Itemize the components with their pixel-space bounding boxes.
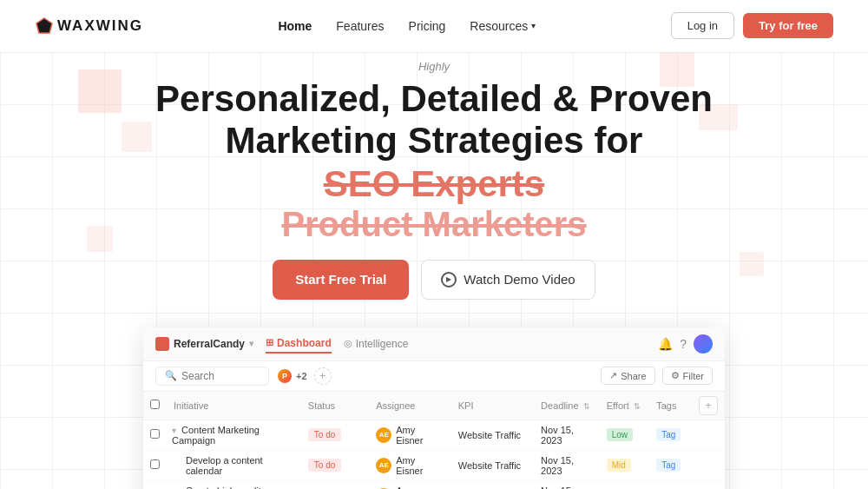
bell-icon[interactable]: 🔔	[658, 337, 673, 351]
panel-search-row: 🔍 P +2 + ↗ Share ⚙ Filter	[143, 361, 725, 392]
hero-subtitle: Highly	[35, 60, 833, 73]
row-tags: Tag	[649, 450, 692, 480]
search-input-wrap[interactable]: 🔍	[155, 367, 269, 386]
col-deadline[interactable]: Deadline ⇅	[534, 392, 600, 420]
sort-icon-effort: ⇅	[634, 402, 641, 411]
row-checkbox[interactable]	[150, 429, 160, 439]
tab-intelligence[interactable]: ◎ Intelligence	[344, 338, 409, 350]
brand-icon	[155, 337, 169, 351]
nav-links: Home Features Pricing Resources ▾	[278, 19, 536, 33]
row-actions	[692, 480, 725, 489]
row-tags: Tag	[649, 480, 692, 489]
avatar-count: +2	[296, 371, 307, 381]
start-trial-button[interactable]: Start Free Trial	[273, 260, 409, 300]
play-icon: ▶	[441, 272, 457, 287]
panel-header: ReferralCandy ▾ ⊞ Dashboard ◎ Intelligen…	[143, 327, 725, 361]
tag-badge: Tag	[656, 428, 681, 441]
help-icon[interactable]: ?	[680, 337, 687, 351]
login-button[interactable]: Log in	[671, 12, 734, 39]
col-status: Status	[301, 392, 369, 420]
table-row: ▾ Content Marketing Campaign To do AE Am…	[143, 420, 725, 450]
chevron-down-icon: ▾	[531, 21, 536, 30]
row-effort: Mid	[600, 450, 650, 480]
search-icon: 🔍	[165, 370, 177, 381]
collapse-icon[interactable]: ▾	[172, 426, 176, 435]
nav-resources[interactable]: Resources ▾	[470, 19, 536, 33]
row-kpi: Website Traffic	[451, 420, 534, 450]
col-checkbox	[143, 392, 167, 420]
row-assignee: AE Amy Eisner	[369, 450, 451, 480]
hero-section: Highly Personalized, Detailed & Proven M…	[0, 51, 868, 317]
watch-demo-button[interactable]: ▶ Watch Demo Video	[421, 260, 595, 300]
table-body: ▾ Content Marketing Campaign To do AE Am…	[143, 420, 725, 489]
user-avatar[interactable]	[694, 334, 713, 354]
col-effort[interactable]: Effort ⇅	[600, 392, 650, 420]
search-input[interactable]	[181, 370, 260, 382]
add-avatar-button[interactable]: +	[314, 367, 332, 385]
col-tags: Tags	[649, 392, 692, 420]
tag-badge: Tag	[656, 459, 681, 472]
tab-dashboard[interactable]: ⊞ Dashboard	[266, 334, 332, 354]
filter-button[interactable]: ⚙ Filter	[662, 367, 713, 385]
effort-badge: Mid	[607, 459, 631, 472]
row-deadline: Nov 15, 2023	[534, 480, 600, 489]
row-assignee: AE Amy Eisner	[369, 420, 451, 450]
row-checkbox-cell	[143, 450, 167, 480]
col-initiative: Initiative	[167, 392, 301, 420]
row-tags: Tag	[649, 420, 692, 450]
row-initiative: Develop a content calendar	[167, 450, 301, 480]
row-status: To do	[301, 480, 369, 489]
select-all-checkbox[interactable]	[150, 400, 160, 409]
assignee-avatar: AE	[376, 458, 391, 473]
row-checkbox-cell	[143, 420, 167, 450]
brand-tag[interactable]: ReferralCandy ▾	[155, 337, 253, 351]
logo[interactable]: WAXWING	[35, 17, 143, 36]
dashboard-panel: ReferralCandy ▾ ⊞ Dashboard ◎ Intelligen…	[143, 327, 725, 489]
effort-badge: Low	[607, 428, 633, 441]
col-assignee: Assignee	[369, 392, 451, 420]
avatar-p: P	[276, 367, 293, 385]
sort-icon-deadline: ⇅	[583, 402, 590, 411]
chevron-down-icon: ▾	[249, 339, 253, 348]
row-kpi: Website Traffic	[451, 480, 534, 489]
row-effort: Low	[600, 420, 650, 450]
row-checkbox-cell	[143, 480, 167, 489]
search-right: ↗ Share ⚙ Filter	[601, 367, 713, 385]
status-badge: To do	[308, 428, 341, 441]
share-button[interactable]: ↗ Share	[601, 367, 654, 385]
logo-text: WAXWING	[57, 17, 143, 35]
logo-icon	[35, 17, 54, 36]
row-kpi: Website Traffic	[451, 450, 534, 480]
row-actions	[692, 420, 725, 450]
search-left: 🔍 P +2 +	[155, 367, 332, 386]
status-badge: To do	[308, 459, 341, 472]
nav-features[interactable]: Features	[336, 19, 384, 33]
filter-icon: ⚙	[671, 370, 680, 381]
row-initiative: ▾ Content Marketing Campaign	[167, 420, 301, 450]
hero-title: Personalized, Detailed & Proven Marketin…	[35, 78, 833, 244]
panel-header-left: ReferralCandy ▾ ⊞ Dashboard ◎ Intelligen…	[155, 334, 408, 354]
row-status: To do	[301, 420, 369, 450]
nav-actions: Log in Try for free	[671, 12, 833, 39]
hero-buttons: Start Free Trial ▶ Watch Demo Video	[35, 260, 833, 300]
row-checkbox[interactable]	[150, 459, 160, 469]
nav-home[interactable]: Home	[278, 19, 312, 33]
try-button[interactable]: Try for free	[743, 13, 833, 38]
row-status: To do	[301, 450, 369, 480]
col-kpi: KPI	[451, 392, 534, 420]
navbar: WAXWING Home Features Pricing Resources …	[0, 0, 868, 51]
panel-header-right: 🔔 ?	[658, 334, 713, 354]
row-initiative: Create high-quality content	[167, 480, 301, 489]
col-add[interactable]: +	[692, 392, 725, 420]
share-icon: ↗	[609, 370, 617, 381]
add-column-button[interactable]: +	[699, 396, 718, 415]
nav-pricing[interactable]: Pricing	[409, 19, 446, 33]
intelligence-tab-icon: ◎	[344, 338, 352, 349]
hero-animated-text2: Product Marketers	[35, 204, 833, 244]
data-table: Initiative Status Assignee KPI Deadline …	[143, 392, 725, 489]
hero-animated-text1: SEO Experts	[35, 164, 833, 204]
dashboard-tab-icon: ⊞	[266, 337, 273, 348]
row-actions	[692, 450, 725, 480]
row-deadline: Nov 15, 2023	[534, 420, 600, 450]
row-effort: High	[600, 480, 650, 489]
